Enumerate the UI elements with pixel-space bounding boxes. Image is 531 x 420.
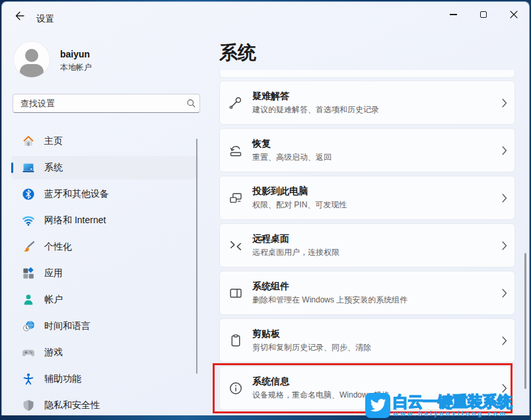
sidebar-item-time-language[interactable]: 时间和语言 — [11, 314, 199, 338]
sidebar-item-label: 帐户 — [44, 294, 63, 306]
sidebar-item-accessibility[interactable]: 辅助功能 — [11, 367, 199, 391]
window-title: 设置 — [36, 13, 54, 25]
accounts-icon — [22, 293, 35, 306]
sidebar-item-label: 蓝牙和其他设备 — [44, 188, 109, 200]
card-subtitle: 删除和管理在 Windows 上预安装的系统组件 — [252, 295, 495, 306]
search-input[interactable] — [13, 98, 182, 108]
chevron-right-icon — [502, 241, 507, 250]
search-box[interactable] — [13, 94, 200, 113]
sidebar-item-apps[interactable]: 应用 — [11, 262, 199, 285]
chevron-right-icon — [502, 289, 507, 298]
sidebar-item-accounts[interactable]: 帐户 — [11, 288, 199, 312]
card-subtitle: 权限、配对 PIN、可发现性 — [252, 199, 495, 211]
troubleshoot-icon — [229, 96, 243, 110]
card-title: 疑难解答 — [252, 90, 495, 102]
page-title: 系统 — [219, 40, 256, 65]
personalization-icon — [22, 240, 35, 254]
sidebar-item-personalization[interactable]: 个性化 — [11, 235, 199, 259]
card-troubleshoot[interactable]: 疑难解答 建议的疑难解答、首选项和历史记录 — [219, 81, 515, 125]
card-recovery[interactable]: 恢复 重置、高级启动、返回 — [219, 128, 515, 172]
search-icon[interactable] — [182, 98, 199, 108]
sidebar-item-label: 网络和 Internet — [44, 215, 106, 227]
sidebar-item-label: 时间和语言 — [44, 320, 90, 332]
sidebar-item-label: 主页 — [44, 135, 63, 147]
system-components-icon — [229, 286, 243, 300]
card-clipboard[interactable]: 剪贴板 剪切和复制历史记录、同步、清除 — [219, 318, 515, 363]
card-title: 剪贴板 — [252, 328, 495, 340]
card-about[interactable]: 系统信息 设备规格，重命名电脑、Windows 规格 — [219, 366, 515, 410]
sidebar-nav: 主页 系统 蓝牙和其他设备 网络和 Internet — [11, 129, 199, 415]
sidebar-item-label: 个性化 — [44, 241, 72, 253]
network-icon — [22, 214, 35, 227]
bluetooth-icon — [22, 188, 35, 201]
projection-icon — [229, 191, 243, 205]
accessibility-icon — [22, 372, 35, 386]
avatar[interactable] — [14, 42, 50, 77]
minimize-button[interactable] — [438, 2, 468, 27]
card-subtitle: 剪切和复制历史记录、同步、清除 — [252, 342, 495, 353]
minimize-icon — [450, 14, 457, 15]
card-title: 远程桌面 — [252, 233, 495, 245]
avatar-head — [25, 49, 38, 62]
main-scrollbar[interactable] — [524, 253, 526, 389]
settings-card-list: 疑难解答 建议的疑难解答、首选项和历史记录 恢复 重置、高级启动、返回 — [219, 70, 515, 413]
selection-indicator — [11, 162, 13, 173]
card-system-components[interactable]: 系统组件 删除和管理在 Windows 上预安装的系统组件 — [219, 271, 515, 315]
recovery-icon — [229, 143, 243, 158]
time-language-icon — [22, 320, 35, 333]
chevron-right-icon — [502, 98, 507, 108]
sidebar-item-gaming[interactable]: 游戏 — [11, 341, 199, 365]
card-subtitle: 设备规格，重命名电脑、Windows 规格 — [252, 390, 495, 401]
sidebar-item-label: 游戏 — [44, 347, 63, 359]
card-title: 系统组件 — [252, 281, 495, 293]
chevron-right-icon — [502, 384, 507, 393]
home-icon — [22, 135, 35, 148]
desktop-background: 设置 baiyun 本地帐户 — [0, 0, 531, 420]
sidebar-item-home[interactable]: 主页 — [11, 129, 199, 153]
card-title: 系统信息 — [252, 376, 495, 388]
card-projecting-to-pc[interactable]: 投影到此电脑 权限、配对 PIN、可发现性 — [219, 176, 515, 220]
chevron-right-icon — [502, 336, 507, 345]
sidebar-scrollbar[interactable] — [196, 139, 197, 374]
system-icon — [22, 161, 35, 174]
card-remote-desktop[interactable]: 远程桌面 远程桌面用户，连接权限 — [219, 223, 515, 267]
chevron-right-icon — [502, 193, 507, 203]
remote-desktop-icon — [229, 238, 243, 253]
gaming-icon — [22, 346, 35, 359]
user-account-type: 本地帐户 — [60, 62, 92, 73]
partial-card[interactable] — [219, 70, 515, 78]
sidebar-item-bluetooth-devices[interactable]: 蓝牙和其他设备 — [11, 182, 199, 206]
sidebar-item-label: 辅助功能 — [44, 373, 81, 385]
window-controls — [438, 2, 529, 27]
avatar-shoulders — [20, 64, 44, 77]
titlebar: 设置 — [2, 2, 529, 30]
about-icon — [229, 381, 243, 396]
back-button[interactable] — [10, 8, 30, 24]
sidebar: baiyun 本地帐户 主页 系统 — [2, 30, 211, 415]
main-content: 系统 疑难解答 建议的疑难解答、首选项和历史记录 恢复 重置、高级启动、返回 — [211, 30, 529, 415]
clipboard-icon — [229, 333, 243, 348]
card-title: 恢复 — [252, 138, 495, 150]
settings-window: 设置 baiyun 本地帐户 — [1, 1, 530, 415]
back-arrow-icon — [15, 11, 25, 21]
card-subtitle: 远程桌面用户，连接权限 — [252, 247, 495, 258]
sidebar-item-privacy-security[interactable]: 隐私和安全性 — [11, 394, 199, 415]
apps-icon — [22, 267, 35, 280]
sidebar-item-label: 系统 — [44, 162, 63, 174]
card-title: 投影到此电脑 — [252, 186, 495, 197]
sidebar-item-network-internet[interactable]: 网络和 Internet — [11, 209, 199, 232]
close-icon — [510, 11, 518, 18]
user-name: baiyun — [60, 49, 90, 59]
card-subtitle: 建议的疑难解答、首选项和历史记录 — [252, 104, 495, 116]
chevron-right-icon — [502, 146, 507, 155]
card-subtitle: 重置、高级启动、返回 — [252, 152, 495, 163]
privacy-icon — [22, 399, 35, 412]
maximize-icon — [480, 11, 487, 18]
maximize-button[interactable] — [468, 2, 499, 27]
sidebar-item-label: 隐私和安全性 — [44, 400, 100, 411]
close-button[interactable] — [499, 2, 529, 27]
sidebar-item-label: 应用 — [44, 267, 63, 279]
sidebar-item-system[interactable]: 系统 — [11, 156, 199, 180]
